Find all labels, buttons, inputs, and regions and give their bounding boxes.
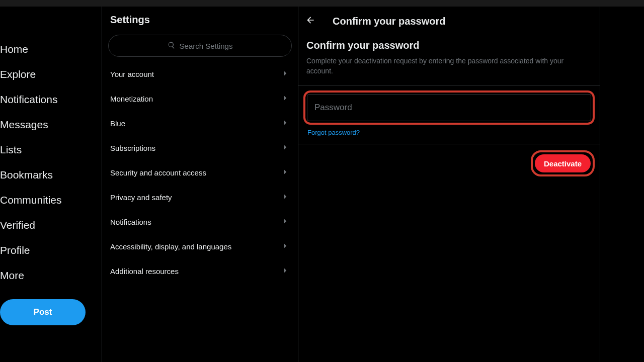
deactivate-button[interactable]: Deactivate (535, 154, 591, 172)
nav-label: Communities (0, 194, 62, 206)
primary-nav: Home Explore Notifications Messages List… (0, 0, 102, 362)
nav-label: Messages (0, 119, 48, 130)
nav-label: More (0, 269, 24, 281)
nav-label: Lists (0, 144, 22, 155)
settings-item-blue[interactable]: Blue (102, 111, 298, 136)
settings-item-label: Security and account access (110, 168, 206, 177)
settings-item-security[interactable]: Security and account access (102, 160, 298, 185)
nav-label: Verified (0, 219, 35, 231)
highlight-annotation: Deactivate (531, 150, 595, 176)
detail-column: Confirm your password Confirm your passw… (298, 0, 600, 362)
section-title: Confirm your password (306, 40, 592, 51)
nav-lists[interactable]: Lists (0, 137, 92, 162)
chevron-right-icon (281, 94, 290, 104)
forgot-password-link[interactable]: Forgot password? (307, 129, 360, 136)
settings-item-label: Monetization (110, 95, 153, 103)
settings-item-monetization[interactable]: Monetization (102, 86, 298, 111)
page-title: Confirm your password (333, 16, 445, 27)
nav-more[interactable]: More (0, 263, 92, 288)
settings-item-label: Privacy and safety (110, 193, 172, 202)
nav-label: Notifications (0, 94, 57, 105)
settings-item-subscriptions[interactable]: Subscriptions (102, 136, 298, 160)
settings-item-privacy[interactable]: Privacy and safety (102, 185, 298, 210)
settings-item-label: Blue (110, 119, 125, 128)
nav-notifications[interactable]: Notifications (0, 87, 92, 112)
settings-item-your-account[interactable]: Your account (102, 62, 298, 86)
highlight-annotation: Password (303, 90, 595, 125)
post-button-label: Post (34, 307, 52, 317)
settings-item-label: Your account (110, 70, 154, 78)
chevron-right-icon (281, 266, 290, 277)
nav-label: Home (0, 43, 28, 55)
deactivate-button-label: Deactivate (544, 159, 582, 168)
nav-messages[interactable]: Messages (0, 112, 92, 137)
settings-item-notifications[interactable]: Notifications (102, 210, 298, 234)
section-description: Complete your deactivation request by en… (306, 56, 592, 76)
nav-explore[interactable]: Explore (0, 62, 92, 87)
arrow-left-icon (305, 18, 315, 27)
nav-communities[interactable]: Communities (0, 188, 92, 213)
chevron-right-icon (281, 118, 290, 129)
search-icon (168, 41, 176, 51)
settings-item-additional-resources[interactable]: Additional resources (102, 259, 298, 284)
nav-verified[interactable]: Verified (0, 213, 92, 238)
chevron-right-icon (281, 167, 290, 178)
chevron-right-icon (281, 241, 290, 252)
nav-profile[interactable]: Profile (0, 238, 92, 263)
search-settings-input[interactable]: Search Settings (108, 35, 292, 57)
forgot-password-label: Forgot password? (307, 129, 360, 136)
nav-label: Bookmarks (0, 169, 53, 180)
password-input[interactable]: Password (307, 94, 591, 121)
settings-item-accessibility[interactable]: Accessibility, display, and languages (102, 234, 298, 259)
chevron-right-icon (281, 217, 290, 227)
settings-column: Settings Search Settings Your account Mo… (102, 0, 298, 362)
settings-item-label: Notifications (110, 218, 151, 226)
chevron-right-icon (281, 192, 290, 203)
nav-bookmarks[interactable]: Bookmarks (0, 162, 92, 188)
nav-home[interactable]: Home (0, 37, 92, 62)
empty-area (600, 0, 644, 362)
back-button[interactable] (302, 12, 318, 30)
settings-title: Settings (102, 7, 298, 35)
window-topbar (0, 0, 644, 7)
settings-item-label: Subscriptions (110, 144, 155, 152)
chevron-right-icon (281, 69, 290, 79)
settings-item-label: Additional resources (110, 267, 179, 276)
post-button[interactable]: Post (0, 299, 86, 325)
nav-label: Profile (0, 244, 30, 256)
chevron-right-icon (281, 143, 290, 153)
settings-item-label: Accessibility, display, and languages (110, 242, 231, 251)
nav-label: Explore (0, 68, 36, 80)
search-placeholder: Search Settings (180, 42, 233, 50)
password-placeholder: Password (314, 103, 352, 113)
